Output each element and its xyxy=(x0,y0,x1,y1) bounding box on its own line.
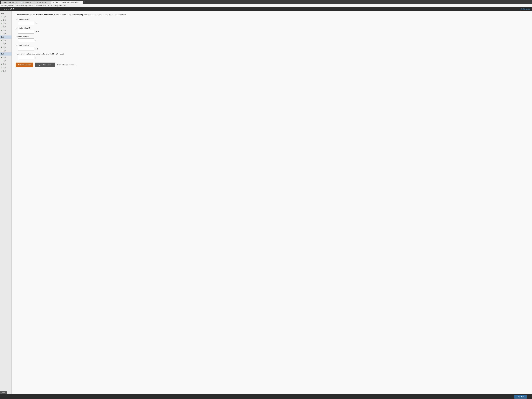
page-title: omework - EOC xyxy=(2,8,14,10)
check-icon-10: ✔ xyxy=(1,46,3,48)
url-text: east.cengagenow.com/ilrn/takeAssignment/… xyxy=(1,5,66,6)
sidebar-item-17: ✔ 1 pt xyxy=(0,69,12,73)
page-header: omework - EOC [References] xyxy=(0,7,532,11)
input-row-b: km/h xyxy=(18,30,528,33)
tab-icon: ⊙ xyxy=(37,2,38,3)
tab-close-eastern[interactable]: ✕ xyxy=(16,2,17,3)
unit-label-a: m/s xyxy=(35,22,38,24)
check-icon-16: ✔ xyxy=(1,66,3,69)
question-main-text: The world record for the hundred meter d… xyxy=(16,13,528,16)
check-icon-14: ✔ xyxy=(1,60,3,62)
address-bar[interactable]: east.cengagenow.com/ilrn/takeAssignment/… xyxy=(0,4,532,7)
input-row-d: mi/h xyxy=(18,47,528,51)
sidebar-item-2: ✔ 1 pt xyxy=(0,18,12,22)
tab-close-owlv2[interactable]: ✕ xyxy=(80,2,82,3)
tab-content[interactable]: 📄 Content ✕ xyxy=(19,1,35,4)
main-layout: 1 pt ✔ 1 pt ✔ 1 pt ✔ 1 pt ✔ 1 pt ✔ 1 pt … xyxy=(0,11,532,399)
check-icon-2: ✔ xyxy=(1,19,3,21)
check-icon-15: ✔ xyxy=(1,63,3,65)
answer-input-c[interactable] xyxy=(18,38,34,42)
sidebar-item-16: ✔ 1 pt xyxy=(0,66,12,69)
tab-myhome[interactable]: ⊙ My Home ✕ xyxy=(35,1,51,4)
check-icon-6: ✔ xyxy=(1,33,3,35)
sub-question-e-label: e. At this speed, how long would it take… xyxy=(16,53,528,55)
sub-question-e: e. At this speed, how long would it take… xyxy=(16,53,528,59)
sidebar-item-1: ✔ 1 pt xyxy=(0,15,12,18)
tab-icon: 📄 xyxy=(21,2,23,3)
attempts-remaining-text: 2 item attempts remaining xyxy=(57,64,76,66)
check-icon-13: ✔ xyxy=(1,56,3,58)
sub-question-b-label: b. In units of km/h? xyxy=(16,27,528,29)
check-icon-11: ✔ xyxy=(1,50,3,52)
check-icon-9: ✔ xyxy=(1,43,3,45)
unit-label-e: s xyxy=(35,57,36,59)
browser-chrome: astern State Uni... ✕ 📄 Content ✕ ⊙ My H… xyxy=(0,0,532,4)
sidebar-item-9: ✔ 1 pt xyxy=(0,42,12,45)
check-icon-8: ✔ xyxy=(1,39,3,41)
footer-tab-label: ment xyxy=(2,392,5,394)
sub-question-a-label: a. In units of m/s? xyxy=(16,19,528,20)
content-area: The world record for the hundred meter d… xyxy=(12,11,532,399)
sidebar-item-10: ✔ 1 pt xyxy=(0,45,12,49)
bottom-bar: Show Hint xyxy=(0,394,532,399)
show-hint-button[interactable]: Show Hint xyxy=(514,395,527,399)
sidebar-item-11: ✔ 1 pt xyxy=(0,49,12,52)
sidebar: 1 pt ✔ 1 pt ✔ 1 pt ✔ 1 pt ✔ 1 pt ✔ 1 pt … xyxy=(0,11,12,399)
references-link[interactable]: [References] xyxy=(521,8,530,10)
tab-owlv2[interactable]: ⊙ OWLv2 | Online teaching and lea... ✕ xyxy=(51,1,83,4)
sub-question-c-label: c. In units of ft/s? xyxy=(16,36,528,38)
tab-label: OWLv2 | Online teaching and lea... xyxy=(55,2,80,3)
sidebar-item-6: ✔ 1 pt xyxy=(0,32,12,36)
answer-input-b[interactable] xyxy=(18,30,34,33)
try-another-version-button[interactable]: Try Another Version xyxy=(35,63,55,67)
sub-question-d-label: d. In units of mi/h? xyxy=(16,44,528,46)
answer-input-d[interactable] xyxy=(18,47,34,51)
unit-label-d: mi/h xyxy=(35,48,38,50)
check-icon-3: ✔ xyxy=(1,22,3,25)
sidebar-item-5: ✔ 1 pt xyxy=(0,29,12,32)
check-icon-17: ✔ xyxy=(1,70,3,72)
sidebar-item-13: ✔ 1 pt xyxy=(0,56,12,59)
sidebar-item-3: ✔ 1 pt xyxy=(0,22,12,25)
sidebar-item-0: 1 pt xyxy=(0,12,12,15)
tab-close-myhome[interactable]: ✕ xyxy=(46,2,48,3)
sidebar-item-12: 1 pt xyxy=(0,52,12,56)
sub-question-d: d. In units of mi/h? mi/h xyxy=(16,44,528,51)
unit-label-b: km/h xyxy=(35,31,39,33)
tab-eastern[interactable]: astern State Uni... ✕ xyxy=(1,1,19,4)
sub-question-b: b. In units of km/h? km/h xyxy=(16,27,528,33)
input-row-c: ft/s xyxy=(18,38,528,42)
sidebar-item-8: ✔ 1 pt xyxy=(0,39,12,42)
sidebar-item-7: 1 pt xyxy=(0,36,12,39)
sub-question-a: a. In units of m/s? m/s xyxy=(16,19,528,25)
input-row-a: m/s xyxy=(18,21,528,25)
tab-icon: ⊙ xyxy=(53,2,54,3)
check-icon-4: ✔ xyxy=(1,26,3,28)
button-row: Submit Answer Try Another Version 2 item… xyxy=(16,63,528,67)
tab-close-content[interactable]: ✕ xyxy=(30,2,31,3)
tab-label: My Home xyxy=(39,2,46,3)
unit-label-c: ft/s xyxy=(35,39,37,41)
new-tab-button[interactable]: + xyxy=(83,1,87,4)
sidebar-item-15: ✔ 1 pt xyxy=(0,62,12,66)
submit-answer-button[interactable]: Submit Answer xyxy=(16,63,33,67)
tab-label: Content xyxy=(24,2,29,3)
sub-question-c: c. In units of ft/s? ft/s xyxy=(16,36,528,42)
input-row-e: s xyxy=(18,56,528,59)
sidebar-item-14: ✔ 1 pt xyxy=(0,59,12,62)
sidebar-item-4: ✔ 1 pt xyxy=(0,25,12,29)
footer-tab: ment xyxy=(0,391,7,394)
answer-input-a[interactable] xyxy=(18,21,34,25)
tab-label: astern State Uni... xyxy=(3,2,15,3)
check-icon-1: ✔ xyxy=(1,16,3,18)
check-icon-5: ✔ xyxy=(1,29,3,32)
answer-input-e[interactable] xyxy=(18,56,34,59)
